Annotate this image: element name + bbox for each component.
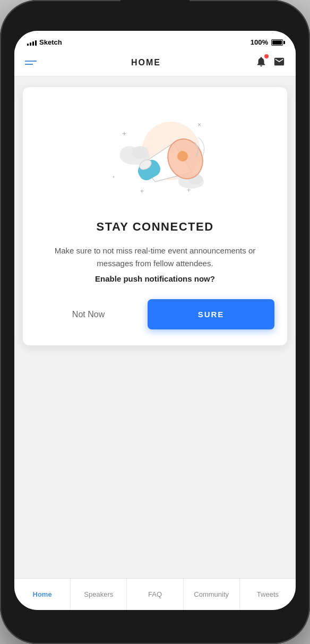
tab-faq[interactable]: FAQ	[127, 579, 183, 610]
bar2	[30, 43, 31, 46]
header-icons	[255, 56, 285, 70]
svg-text:+: +	[122, 129, 126, 138]
modal-cta: Enable push notifications now?	[95, 274, 215, 283]
notification-button[interactable]	[255, 56, 267, 70]
megaphone-illustration: + × + + *	[97, 103, 213, 209]
illustration-area: + × + + *	[97, 103, 213, 209]
hamburger-menu-button[interactable]	[25, 61, 37, 65]
svg-point-15	[177, 151, 188, 162]
tab-speakers-label: Speakers	[84, 590, 113, 598]
sure-button[interactable]: SURE	[148, 299, 274, 329]
bar1	[27, 44, 29, 46]
main-content: + × + + *	[14, 77, 296, 578]
status-bar: Sketch 100%	[14, 31, 296, 49]
phone-frame: Sketch 100% HOME	[0, 0, 310, 644]
mail-icon	[273, 56, 285, 67]
battery-percent: 100%	[251, 38, 268, 46]
battery-fill	[272, 40, 282, 45]
hamburger-line-1	[25, 61, 37, 62]
hamburger-line-2	[25, 64, 33, 65]
carrier-label: Sketch	[39, 38, 62, 46]
modal-buttons: Not Now SURE	[36, 299, 274, 329]
svg-point-8	[132, 146, 149, 159]
notification-badge	[264, 54, 269, 58]
status-left: Sketch	[27, 38, 62, 46]
phone-screen: Sketch 100% HOME	[14, 31, 296, 610]
signal-bars	[27, 39, 37, 46]
notification-modal: + × + + *	[23, 87, 287, 345]
tab-tweets[interactable]: Tweets	[240, 579, 296, 610]
bar3	[32, 41, 34, 46]
svg-text:*: *	[113, 175, 115, 181]
not-now-button[interactable]: Not Now	[36, 300, 141, 329]
tab-speakers[interactable]: Speakers	[71, 579, 127, 610]
tab-bar: Home Speakers FAQ Community Tweets	[14, 578, 296, 610]
modal-description: Make sure to not miss real-time event an…	[36, 244, 274, 270]
svg-text:×: ×	[197, 121, 201, 129]
messages-button[interactable]	[273, 56, 285, 70]
tab-community[interactable]: Community	[184, 579, 240, 610]
tab-tweets-label: Tweets	[257, 590, 279, 598]
battery-icon	[271, 39, 283, 46]
svg-text:+: +	[140, 188, 144, 195]
page-title: HOME	[131, 58, 161, 67]
bar4	[35, 40, 37, 46]
notch	[120, 0, 190, 15]
modal-title: STAY CONNECTED	[96, 220, 213, 234]
tab-home[interactable]: Home	[14, 579, 71, 610]
tab-home-label: Home	[33, 590, 52, 598]
app-header: HOME	[14, 49, 296, 77]
tab-community-label: Community	[194, 590, 229, 598]
status-right: 100%	[251, 38, 283, 46]
tab-faq-label: FAQ	[148, 590, 162, 598]
